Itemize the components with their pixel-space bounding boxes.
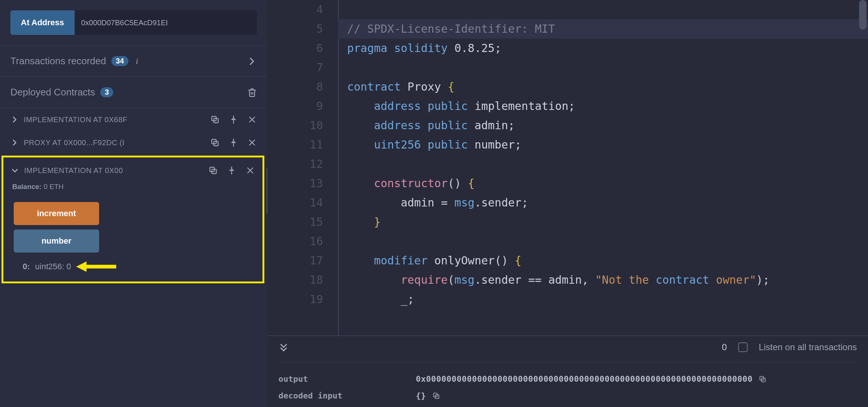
code-editor[interactable]: 45678910111213141516171819 // SPDX-Licen… [267, 0, 868, 335]
svg-marker-16 [76, 261, 87, 272]
close-icon[interactable] [245, 166, 255, 175]
terminal-panel: 0 Listen on all transactions output 0x00… [267, 335, 868, 407]
function-return-value: 0: uint256: 0 [3, 253, 262, 274]
code-content[interactable]: // SPDX-License-Identifier: MIT pragma s… [339, 0, 770, 335]
chevron-right-icon[interactable] [247, 56, 257, 66]
terminal-key: output [278, 374, 397, 384]
balance-value: 0 ETH [43, 183, 63, 191]
copy-icon[interactable] [208, 166, 218, 175]
pin-icon[interactable] [227, 166, 236, 175]
transactions-recorded-header[interactable]: Transactions recorded 34 i [0, 46, 267, 77]
annotation-arrow-icon [76, 259, 117, 274]
contract-row-expanded: IMPLEMENTATION AT 0X00 Balance: 0 ETH in… [1, 156, 264, 283]
copy-icon[interactable] [432, 392, 440, 400]
terminal-output-row: output 0x0000000000000000000000000000000… [278, 371, 857, 387]
terminal-search-count: 0 [722, 342, 727, 352]
terminal-value: 0x00000000000000000000000000000000000000… [416, 374, 767, 384]
chevron-right-icon[interactable] [10, 115, 19, 124]
balance-label: Balance: [12, 183, 42, 191]
deploy-sidebar: At Address Transactions recorded 34 i De… [0, 0, 267, 407]
increment-button[interactable]: increment [14, 202, 99, 225]
contract-label: IMPLEMENTATION AT 0X68F [24, 115, 205, 124]
at-address-input[interactable] [75, 10, 257, 35]
line-number-gutter: 45678910111213141516171819 [267, 0, 338, 335]
return-value: uint256: 0 [35, 262, 71, 271]
number-button[interactable]: number [14, 229, 99, 253]
deployed-contracts-list: IMPLEMENTATION AT 0X68F PROXY AT 0X000..… [0, 108, 267, 283]
copy-icon[interactable] [210, 138, 220, 147]
copy-icon[interactable] [758, 375, 767, 383]
transactions-recorded-label: Transactions recorded [10, 55, 106, 67]
deployed-contracts-count: 3 [100, 87, 113, 97]
contract-label: PROXY AT 0X000...F92DC (I [24, 139, 205, 147]
terminal-key: decoded input [278, 391, 397, 400]
pin-icon[interactable] [229, 138, 238, 147]
at-address-row: At Address [0, 10, 267, 46]
deployed-contracts-label: Deployed Contracts [10, 87, 95, 98]
trash-icon[interactable] [247, 88, 257, 97]
listen-checkbox[interactable] [738, 342, 748, 352]
contract-label: IMPLEMENTATION AT 0X00 [24, 166, 203, 175]
contract-row[interactable]: PROXY AT 0X000...F92DC (I [0, 131, 267, 154]
contract-row[interactable]: IMPLEMENTATION AT 0X00 [3, 157, 262, 181]
info-icon[interactable]: i [134, 56, 140, 67]
editor-scrollbar[interactable] [859, 0, 867, 30]
close-icon[interactable] [247, 115, 257, 124]
chevron-down-icon[interactable] [11, 166, 19, 175]
contract-row[interactable]: IMPLEMENTATION AT 0X68F [0, 108, 267, 131]
chevron-double-down-icon[interactable] [278, 342, 289, 352]
main-panel: 45678910111213141516171819 // SPDX-Licen… [267, 0, 868, 407]
copy-icon[interactable] [210, 115, 220, 124]
transactions-recorded-count: 34 [111, 56, 128, 66]
return-index: 0: [23, 262, 30, 271]
at-address-button[interactable]: At Address [10, 10, 75, 35]
terminal-decoded-input-row: decoded input {} [278, 387, 857, 404]
contract-balance: Balance: 0 ETH [3, 181, 262, 198]
chevron-right-icon[interactable] [10, 139, 19, 147]
pin-icon[interactable] [229, 115, 238, 124]
deployed-contracts-header: Deployed Contracts 3 [0, 77, 267, 108]
close-icon[interactable] [247, 138, 257, 147]
listen-label: Listen on all transactions [759, 342, 857, 352]
terminal-value: {} [416, 391, 440, 400]
